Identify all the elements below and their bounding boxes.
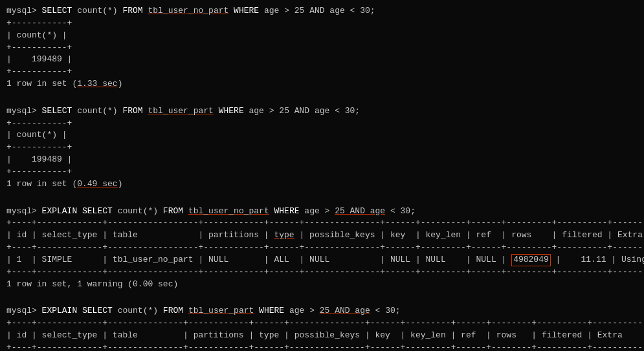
sep-2a: +-----------+	[6, 118, 638, 130]
col-header-1: | count(*) |	[6, 30, 638, 42]
explain-block-2: mysql> EXPLAIN SELECT count(*) FROM tbl_…	[6, 305, 638, 351]
query-line-2: mysql> SELECT count(*) FROM tbl_user_par…	[6, 105, 638, 118]
explain-sep-2a: +----+-------------+---------------+----…	[6, 317, 638, 330]
terminal: mysql> SELECT count(*) FROM tbl_user_no_…	[6, 5, 638, 351]
sep-1c: +-----------+	[6, 66, 638, 78]
explain-header-2: | id | select_type | table | partitions …	[6, 330, 638, 342]
explain-header-1: | id | select_type | table | partitions …	[6, 229, 638, 242]
explain-query-2: mysql> EXPLAIN SELECT count(*) FROM tbl_…	[6, 305, 638, 317]
sep-2b: +-----------+	[6, 142, 638, 154]
query-block-2: mysql> SELECT count(*) FROM tbl_user_par…	[6, 105, 638, 191]
value-row-1: | 199489 |	[6, 54, 638, 66]
explain-block-1: mysql> EXPLAIN SELECT count(*) FROM tbl_…	[6, 206, 638, 291]
rows-highlight-1: 4982049	[511, 254, 551, 266]
explain-sep-2b: +----+-------------+---------------+----…	[6, 342, 638, 351]
explain-sep-1b: +----+-------------+------------------+-…	[6, 242, 638, 254]
explain-sep-1a: +----+-------------+------------------+-…	[6, 217, 638, 229]
result-2: 1 row in set (0.49 sec)	[6, 178, 638, 191]
blank-1	[6, 93, 638, 105]
blank-3	[6, 293, 638, 305]
blank-2	[6, 193, 638, 206]
sep-1b: +-----------+	[6, 42, 638, 54]
sep-2c: +-----------+	[6, 166, 638, 178]
result-1: 1 row in set (1.33 sec)	[6, 78, 638, 90]
explain-sep-1c: +----+-------------+------------------+-…	[6, 266, 638, 279]
explain-query-1: mysql> EXPLAIN SELECT count(*) FROM tbl_…	[6, 206, 638, 218]
explain-data-row-1: | 1 | SIMPLE | tbl_user_no_part | NULL |…	[6, 254, 638, 266]
sep-1a: +-----------+	[6, 17, 638, 30]
value-row-2: | 199489 |	[6, 154, 638, 166]
explain-result-1: 1 row in set, 1 warning (0.00 sec)	[6, 279, 638, 291]
query-block-1: mysql> SELECT count(*) FROM tbl_user_no_…	[6, 5, 638, 90]
query-line-1: mysql> SELECT count(*) FROM tbl_user_no_…	[6, 5, 638, 17]
col-header-2: | count(*) |	[6, 129, 638, 142]
